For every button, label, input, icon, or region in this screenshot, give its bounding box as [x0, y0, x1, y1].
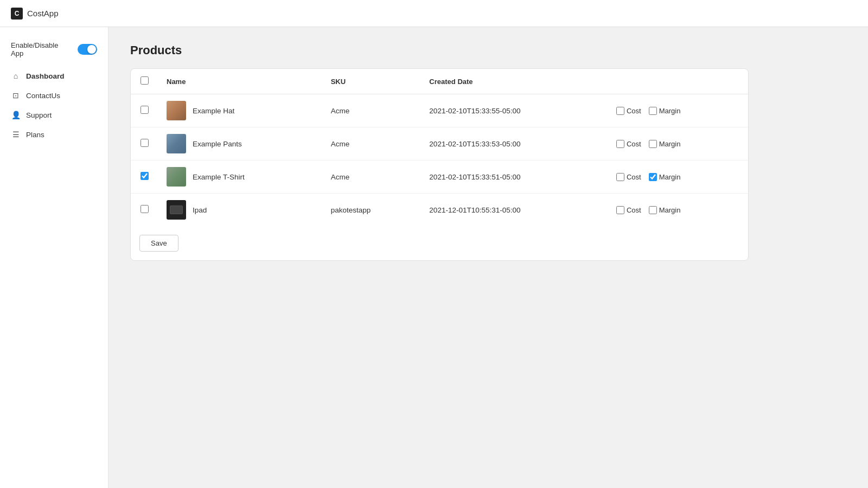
options-cell-4: Cost Margin	[608, 194, 748, 227]
row-select-cell	[131, 127, 158, 160]
table-row: Ipad pakotestapp 2021-12-01T10:55:31-05:…	[131, 194, 748, 227]
page-title: Products	[130, 43, 846, 57]
margin-checkbox-3[interactable]	[649, 173, 657, 181]
sidebar-label-support: Support	[26, 111, 52, 119]
enable-disable-label: Enable/Disable App	[11, 41, 72, 57]
col-created-date: Created Date	[420, 69, 608, 94]
cost-checkbox-4[interactable]	[616, 206, 624, 214]
topbar: C CostApp	[0, 0, 868, 27]
col-checkbox	[131, 69, 158, 94]
name-cell: Example T-Shirt	[158, 160, 322, 194]
table-row: Example T-Shirt Acme 2021-02-10T15:33:51…	[131, 160, 748, 194]
enable-disable-row: Enable/Disable App	[0, 38, 108, 66]
date-cell-4: 2021-12-01T10:55:31-05:00	[420, 194, 608, 227]
margin-checkbox-4[interactable]	[649, 206, 657, 214]
layout: Enable/Disable App ⌂ Dashboard ⊡ Contact…	[0, 27, 868, 488]
date-cell-3: 2021-02-10T15:33:51-05:00	[420, 160, 608, 194]
col-options	[608, 69, 748, 94]
product-thumb-ipad	[167, 200, 186, 220]
options-cell-2: Cost Margin	[608, 127, 748, 160]
cost-label-2[interactable]: Cost	[616, 140, 641, 148]
sidebar-label-dashboard: Dashboard	[26, 72, 65, 80]
sidebar-label-contactus: ContactUs	[26, 92, 60, 100]
sidebar-item-plans[interactable]: ☰ Plans	[0, 125, 108, 144]
sku-cell-4: pakotestapp	[322, 194, 421, 227]
margin-label-3[interactable]: Margin	[649, 173, 681, 181]
row-checkbox-4[interactable]	[141, 205, 149, 213]
row-select-cell	[131, 194, 158, 227]
list-icon: ☰	[11, 130, 21, 139]
person-icon: 👤	[11, 110, 21, 120]
sku-cell-1: Acme	[322, 94, 421, 127]
product-name-cell: Example Hat	[167, 101, 314, 120]
cost-label-1[interactable]: Cost	[616, 107, 641, 115]
col-sku: SKU	[322, 69, 421, 94]
margin-checkbox-1[interactable]	[649, 107, 657, 115]
table-row: Example Hat Acme 2021-02-10T15:33:55-05:…	[131, 94, 748, 127]
col-name: Name	[158, 69, 322, 94]
product-thumb-hat	[167, 101, 186, 120]
app-logo: C CostApp	[11, 8, 59, 20]
app-toggle[interactable]	[78, 44, 97, 55]
logo-icon: C	[11, 8, 23, 20]
margin-label-4[interactable]: Margin	[649, 206, 681, 214]
product-name-cell: Ipad	[167, 200, 314, 220]
product-name-cell: Example Pants	[167, 134, 314, 153]
sku-cell-2: Acme	[322, 127, 421, 160]
margin-checkbox-2[interactable]	[649, 140, 657, 148]
save-section: Save	[131, 226, 748, 260]
cost-margin-4: Cost Margin	[616, 206, 739, 214]
app-title: CostApp	[27, 9, 59, 18]
sidebar: Enable/Disable App ⌂ Dashboard ⊡ Contact…	[0, 27, 108, 488]
cost-label-3[interactable]: Cost	[616, 173, 641, 181]
date-cell-2: 2021-02-10T15:33:53-05:00	[420, 127, 608, 160]
row-checkbox-3[interactable]	[141, 172, 149, 180]
row-checkbox-2[interactable]	[141, 139, 149, 147]
product-name-1: Example Hat	[193, 107, 234, 115]
product-name-cell: Example T-Shirt	[167, 167, 314, 187]
product-name-2: Example Pants	[193, 140, 242, 148]
row-checkbox-1[interactable]	[141, 106, 149, 114]
cost-checkbox-2[interactable]	[616, 140, 624, 148]
products-table-card: Name SKU Created Date	[130, 68, 749, 261]
name-cell: Example Pants	[158, 127, 322, 160]
row-select-cell	[131, 160, 158, 194]
cost-margin-2: Cost Margin	[616, 140, 739, 148]
products-table: Name SKU Created Date	[131, 69, 748, 226]
product-thumb-tshirt	[167, 167, 186, 187]
options-cell-3: Cost Margin	[608, 160, 748, 194]
product-name-3: Example T-Shirt	[193, 173, 245, 181]
sku-cell-3: Acme	[322, 160, 421, 194]
table-row: Example Pants Acme 2021-02-10T15:33:53-0…	[131, 127, 748, 160]
cost-margin-1: Cost Margin	[616, 107, 739, 115]
date-cell-1: 2021-02-10T15:33:55-05:00	[420, 94, 608, 127]
sidebar-item-support[interactable]: 👤 Support	[0, 105, 108, 125]
options-cell-1: Cost Margin	[608, 94, 748, 127]
sidebar-item-contactus[interactable]: ⊡ ContactUs	[0, 86, 108, 105]
save-button[interactable]: Save	[139, 235, 178, 252]
table-header-row: Name SKU Created Date	[131, 69, 748, 94]
select-all-checkbox[interactable]	[141, 76, 149, 85]
product-thumb-pants	[167, 134, 186, 153]
name-cell: Ipad	[158, 194, 322, 227]
home-icon: ⌂	[11, 71, 21, 81]
sidebar-nav: ⌂ Dashboard ⊡ ContactUs 👤 Support ☰ Plan…	[0, 66, 108, 144]
margin-label-2[interactable]: Margin	[649, 140, 681, 148]
contact-icon: ⊡	[11, 91, 21, 100]
main-content: Products Name SKU Created Date	[108, 27, 868, 488]
sidebar-label-plans: Plans	[26, 131, 44, 139]
cost-label-4[interactable]: Cost	[616, 206, 641, 214]
product-name-4: Ipad	[193, 206, 207, 214]
margin-label-1[interactable]: Margin	[649, 107, 681, 115]
cost-margin-3: Cost Margin	[616, 173, 739, 181]
sidebar-item-dashboard[interactable]: ⌂ Dashboard	[0, 66, 108, 86]
cost-checkbox-1[interactable]	[616, 107, 624, 115]
name-cell: Example Hat	[158, 94, 322, 127]
row-select-cell	[131, 94, 158, 127]
cost-checkbox-3[interactable]	[616, 173, 624, 181]
